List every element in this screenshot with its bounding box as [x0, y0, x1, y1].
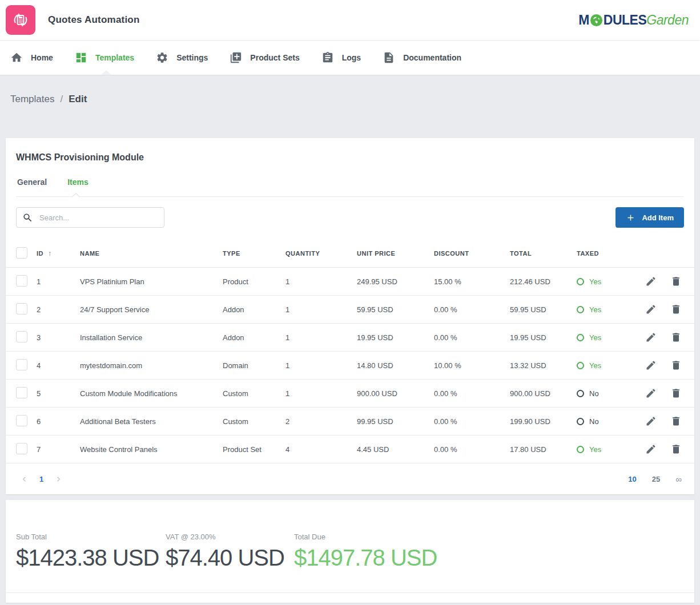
- cell-total: 212.46 USD: [510, 277, 577, 286]
- add-item-button[interactable]: Add Item: [615, 207, 684, 228]
- column-header-taxed[interactable]: TAXED: [577, 250, 634, 257]
- cell-id: 1: [37, 277, 80, 286]
- taxed-status-label: No: [589, 389, 599, 398]
- nav-item-product-sets[interactable]: Product Sets: [220, 40, 312, 75]
- cell-name: mytestdomain.com: [80, 361, 223, 370]
- logo-text-dules: DULES: [604, 14, 646, 27]
- vat-block: VAT @ 23.00% $74.40 USD: [166, 533, 294, 571]
- table-row: 2 24/7 Support Service Addon 1 59.95 USD…: [6, 296, 694, 324]
- column-header-name[interactable]: NAME: [80, 250, 223, 257]
- tab-items[interactable]: Items: [66, 178, 90, 196]
- table-toolbar: Add Item: [6, 197, 694, 239]
- row-checkbox[interactable]: [16, 331, 27, 342]
- cell-quantity: 1: [285, 333, 357, 342]
- delete-icon[interactable]: [670, 388, 682, 399]
- chevron-right-icon[interactable]: [54, 474, 63, 484]
- cell-unit-price: 14.80 USD: [357, 361, 434, 370]
- nav-item-logs[interactable]: Logs: [312, 40, 373, 75]
- select-all-checkbox[interactable]: [16, 247, 27, 259]
- taxed-status-icon: [577, 362, 584, 369]
- subtotal-label: Sub Total: [16, 533, 166, 541]
- column-header-quantity[interactable]: QUANTITY: [285, 250, 357, 257]
- breadcrumb-current: Edit: [69, 94, 87, 105]
- cell-unit-price: 249.95 USD: [357, 277, 434, 286]
- main-nav: Home Templates Settings Product Sets Log…: [0, 40, 700, 75]
- cell-type: Addon: [223, 305, 285, 314]
- nav-item-documentation[interactable]: Documentation: [373, 40, 474, 75]
- column-header-total[interactable]: TOTAL: [510, 250, 577, 257]
- vat-value: $74.40 USD: [166, 545, 294, 571]
- template-edit-card: WHMCS Provisioning Module General Items …: [6, 138, 694, 494]
- cell-taxed: Yes: [577, 361, 634, 370]
- cell-unit-price: 59.95 USD: [357, 305, 434, 314]
- cell-id: 4: [37, 361, 80, 370]
- delete-icon[interactable]: [670, 332, 682, 343]
- table-body: 1 VPS Platinium Plan Product 1 249.95 US…: [6, 268, 694, 463]
- delete-icon[interactable]: [670, 276, 682, 287]
- edit-icon[interactable]: [645, 443, 657, 455]
- cell-type: Custom: [223, 417, 285, 426]
- edit-icon[interactable]: [645, 332, 657, 343]
- edit-icon[interactable]: [645, 360, 657, 371]
- edit-icon[interactable]: [645, 388, 657, 399]
- column-header-id[interactable]: ID↑: [37, 249, 80, 257]
- taxed-status-label: No: [589, 417, 599, 426]
- row-checkbox[interactable]: [16, 387, 27, 398]
- nav-item-settings[interactable]: Settings: [147, 40, 220, 75]
- row-checkbox[interactable]: [16, 303, 27, 314]
- cell-name: Custom Module Modifications: [80, 389, 223, 398]
- cell-quantity: 2: [285, 417, 357, 426]
- cell-taxed: Yes: [577, 277, 634, 286]
- summary-divider: [6, 592, 694, 593]
- taxed-status-label: Yes: [589, 445, 601, 454]
- search-input[interactable]: [39, 213, 158, 222]
- product-sets-icon: [230, 51, 242, 64]
- breadcrumb-section[interactable]: Templates: [10, 94, 54, 105]
- page-number[interactable]: 1: [39, 475, 43, 483]
- cell-discount: 0.00 %: [434, 417, 510, 426]
- delete-icon[interactable]: [670, 360, 682, 371]
- page-size-25[interactable]: 25: [652, 475, 660, 483]
- row-checkbox[interactable]: [16, 443, 27, 454]
- table-row: 5 Custom Module Modifications Custom 1 9…: [6, 380, 694, 408]
- app-window: Quotes Automation M DULES Garden Home Te…: [0, 0, 700, 605]
- breadcrumb-separator: /: [60, 94, 63, 105]
- edit-icon[interactable]: [645, 416, 657, 427]
- cell-taxed: Yes: [577, 333, 634, 342]
- table-row: 1 VPS Platinium Plan Product 1 249.95 US…: [6, 268, 694, 296]
- doc-icon: [383, 51, 395, 64]
- nav-item-templates[interactable]: Templates: [66, 40, 147, 75]
- tab-bar: General Items: [16, 178, 684, 197]
- cell-quantity: 1: [285, 361, 357, 370]
- cell-discount: 0.00 %: [434, 389, 510, 398]
- delete-icon[interactable]: [670, 443, 682, 455]
- row-checkbox[interactable]: [16, 359, 27, 370]
- card-title: WHMCS Provisioning Module: [16, 152, 684, 163]
- column-header-discount[interactable]: DISCOUNT: [434, 250, 510, 257]
- edit-icon[interactable]: [645, 304, 657, 315]
- nav-item-home[interactable]: Home: [1, 40, 66, 75]
- cell-type: Addon: [223, 333, 285, 342]
- logo-text-garden: Garden: [646, 14, 689, 27]
- delete-icon[interactable]: [670, 416, 682, 427]
- column-header-unit-price[interactable]: UNIT PRICE: [357, 250, 434, 257]
- row-checkbox[interactable]: [16, 415, 27, 426]
- tab-general[interactable]: General: [16, 178, 48, 196]
- home-icon: [10, 51, 23, 64]
- cell-quantity: 1: [285, 389, 357, 398]
- logo-text-m: M: [578, 14, 589, 27]
- delete-icon[interactable]: [670, 304, 682, 315]
- breadcrumb: Templates / Edit: [0, 75, 700, 105]
- vat-label: VAT @ 23.00%: [166, 533, 294, 541]
- cell-name: VPS Platinium Plan: [80, 277, 223, 286]
- edit-icon[interactable]: [645, 276, 657, 287]
- page-size-10[interactable]: 10: [628, 475, 636, 483]
- page-size-all[interactable]: ∞: [675, 474, 682, 484]
- cell-id: 6: [37, 417, 80, 426]
- chevron-left-icon[interactable]: [19, 474, 29, 484]
- row-checkbox[interactable]: [16, 275, 27, 287]
- cell-quantity: 1: [285, 277, 357, 286]
- column-header-type[interactable]: TYPE: [223, 250, 285, 257]
- taxed-status-label: Yes: [589, 361, 601, 370]
- cell-taxed: No: [577, 389, 634, 398]
